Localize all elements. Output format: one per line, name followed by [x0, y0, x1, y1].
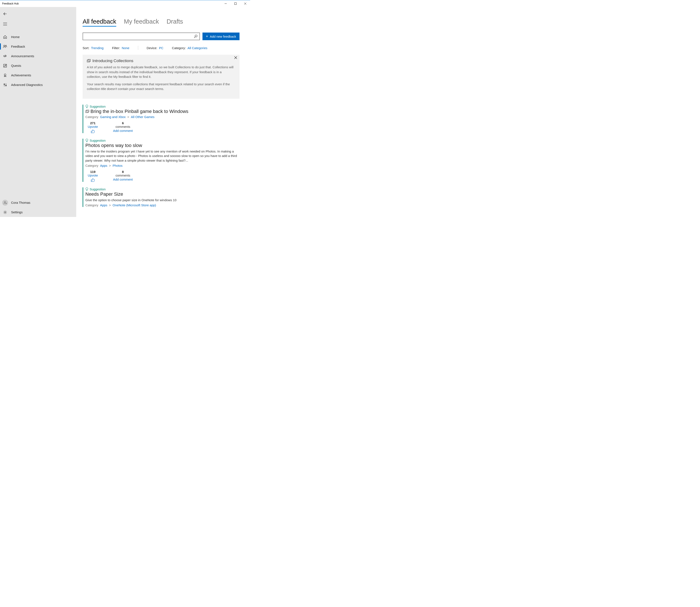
category-label: Category	[85, 164, 98, 167]
svg-rect-1	[235, 3, 237, 5]
feedback-body: Give the option to choose paper size in …	[85, 198, 240, 203]
feedback-item[interactable]: Suggestion Photos opens way too slow I'm…	[83, 139, 240, 182]
maximize-button[interactable]	[231, 0, 240, 7]
svg-rect-27	[88, 59, 91, 61]
subcategory-link[interactable]: All Other Games	[131, 115, 155, 119]
search-icon[interactable]	[194, 35, 197, 38]
sidebar-item-label: Feedback	[11, 45, 25, 48]
subcategory-link[interactable]: Photos	[113, 164, 123, 167]
sidebar-item-diagnostics[interactable]: Advanced Diagnostics	[0, 80, 76, 89]
feedback-icon	[3, 44, 7, 49]
thumbs-up-icon	[91, 129, 95, 133]
close-button[interactable]	[240, 0, 250, 7]
map-icon	[3, 64, 7, 68]
svg-rect-29	[85, 111, 88, 113]
tab-all-feedback[interactable]: All feedback	[83, 18, 116, 26]
feedback-title: Photos opens way too slow	[85, 143, 240, 148]
back-button[interactable]	[0, 9, 10, 18]
category-label: Category	[85, 203, 98, 207]
avatar	[2, 200, 8, 206]
sidebar-item-feedback[interactable]: Feedback	[0, 42, 76, 51]
sidebar-item-announcements[interactable]: Announcements	[0, 51, 76, 61]
lightbulb-icon	[85, 187, 88, 191]
feedback-title: Needs Paper Size	[85, 191, 240, 197]
category-link[interactable]: Gaming and Xbox	[100, 115, 126, 119]
lightbulb-icon	[85, 105, 88, 108]
banner-title: Introducing Collections	[93, 59, 133, 63]
lightbulb-icon	[85, 139, 88, 142]
sidebar: Home Feedback Announcements Quests Achie…	[0, 7, 76, 217]
window-controls	[221, 0, 250, 7]
svg-point-9	[5, 45, 6, 46]
sidebar-item-label: Quests	[11, 64, 21, 67]
banner-text-1: A lot of you asked us to merge duplicate…	[87, 65, 235, 79]
search-input[interactable]	[83, 33, 194, 40]
device-dropdown[interactable]: Device: PC	[147, 46, 163, 50]
add-comment-link[interactable]: Add comment	[113, 177, 133, 181]
category-link[interactable]: Apps	[100, 164, 107, 167]
add-comment-link[interactable]: Add comment	[113, 129, 133, 132]
feedback-type: Suggestion	[89, 105, 106, 108]
sidebar-item-settings[interactable]: Settings	[0, 207, 76, 217]
chevron-right-icon: >	[127, 115, 129, 119]
add-feedback-button[interactable]: + Add new feedback	[202, 33, 240, 40]
window-title: Feedback Hub	[2, 2, 19, 5]
category-link[interactable]: Apps	[100, 203, 107, 207]
svg-point-18	[4, 202, 5, 203]
feedback-item[interactable]: Suggestion Bring the in-box Pinball game…	[83, 105, 240, 133]
gear-icon	[3, 210, 7, 214]
sidebar-item-home[interactable]: Home	[0, 32, 76, 42]
sidebar-item-label: Home	[11, 35, 20, 39]
svg-point-8	[4, 45, 5, 46]
banner-text-2: Your search results may contain collecti…	[87, 82, 235, 91]
tab-my-feedback[interactable]: My feedback	[124, 18, 159, 25]
home-icon	[3, 35, 7, 39]
collection-icon	[85, 110, 89, 113]
plus-icon: +	[206, 34, 208, 39]
svg-rect-26	[87, 60, 89, 62]
filter-dropdown[interactable]: Filter: None	[112, 46, 129, 50]
info-banner: Introducing Collections A lot of you ask…	[83, 55, 240, 99]
badge-icon	[3, 73, 7, 78]
sidebar-item-achievements[interactable]: Achievements	[0, 70, 76, 80]
chevron-right-icon: >	[109, 164, 111, 167]
svg-point-12	[5, 65, 6, 65]
upvote-button[interactable]: 271 Upvote	[85, 121, 100, 133]
chevron-right-icon: >	[109, 203, 111, 207]
sidebar-item-label: Announcements	[11, 54, 34, 58]
comment-count: 8	[122, 170, 124, 173]
divider	[138, 46, 138, 50]
add-feedback-label: Add new feedback	[210, 35, 236, 38]
sidebar-item-user[interactable]: Cora Thomas	[0, 198, 76, 207]
feedback-body: I'm new to the insiders program yet I ha…	[85, 149, 240, 163]
sidebar-item-label: Settings	[11, 210, 23, 214]
sidebar-item-quests[interactable]: Quests	[0, 61, 76, 70]
tabs: All feedback My feedback Drafts	[83, 18, 240, 26]
sidebar-item-label: Advanced Diagnostics	[11, 83, 43, 87]
svg-point-22	[195, 35, 197, 37]
minimize-button[interactable]	[221, 0, 231, 7]
svg-point-13	[4, 74, 6, 76]
upvote-button[interactable]: 119 Upvote	[85, 170, 100, 182]
sidebar-item-label: Achievements	[11, 74, 31, 77]
megaphone-icon	[3, 54, 7, 58]
titlebar: Feedback Hub	[0, 0, 250, 7]
comments-label: comments	[116, 173, 130, 177]
tab-drafts[interactable]: Drafts	[166, 18, 183, 25]
feedback-type: Suggestion	[89, 187, 106, 191]
subcategory-link[interactable]: OneNote (Microsoft Store app)	[113, 203, 156, 207]
sliders-icon	[3, 83, 7, 87]
main-content: All feedback My feedback Drafts + Add ne…	[76, 7, 250, 217]
feedback-title: Bring the in-box Pinball game back to Wi…	[91, 109, 188, 114]
banner-close-button[interactable]	[234, 56, 237, 59]
thumbs-up-icon	[91, 178, 95, 182]
category-dropdown[interactable]: Category: All Categories	[172, 46, 207, 50]
search-box[interactable]	[83, 33, 200, 40]
feedback-type: Suggestion	[89, 139, 106, 142]
hamburger-button[interactable]	[0, 20, 10, 28]
comment-count: 6	[122, 121, 124, 125]
svg-line-23	[194, 37, 195, 38]
sort-dropdown[interactable]: Sort: Trending	[83, 46, 103, 50]
feedback-item[interactable]: Suggestion Needs Paper Size Give the opt…	[83, 187, 240, 207]
svg-point-21	[4, 212, 6, 213]
